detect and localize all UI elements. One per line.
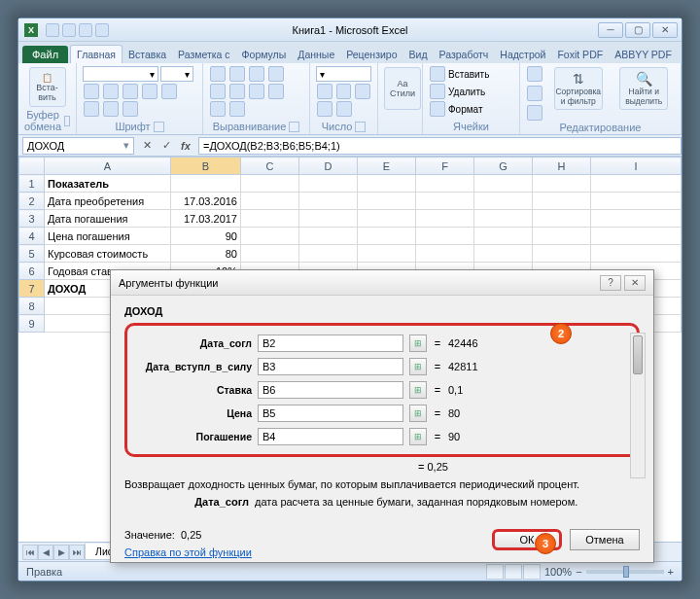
- format-cells-button[interactable]: Формат: [448, 104, 483, 115]
- close-button[interactable]: ✕: [652, 22, 678, 38]
- arg-input-data-sogl[interactable]: B2: [258, 335, 403, 352]
- accept-formula-icon[interactable]: ✓: [158, 137, 175, 155]
- zoom-value[interactable]: 100%: [544, 566, 572, 578]
- badge-2: 2: [550, 323, 572, 344]
- titlebar: X Книга1 - Microsoft Excel ─ ▢ ✕: [18, 18, 682, 42]
- view-layout-icon[interactable]: [505, 564, 522, 580]
- ribbon-tabs: Файл Главная Вставка Разметка с Формулы …: [18, 42, 682, 63]
- dialog-title: Аргументы функции: [119, 277, 219, 289]
- tab-review[interactable]: Рецензиро: [340, 46, 402, 63]
- result-equals: = 0,25: [124, 461, 640, 473]
- zoom-out-button[interactable]: −: [576, 566, 581, 578]
- formula-input[interactable]: =ДОХОД(B2;B3;B6;B5;B4;1): [198, 137, 682, 155]
- tab-abbyy[interactable]: ABBYY PDF: [609, 46, 678, 63]
- zoom-slider[interactable]: [586, 570, 664, 574]
- cancel-button[interactable]: Отмена: [570, 529, 640, 550]
- help-link[interactable]: Справка по этой функции: [124, 546, 252, 558]
- function-name: ДОХОД: [124, 305, 640, 317]
- insert-cells-button[interactable]: Вставить: [448, 69, 489, 80]
- status-bar: Правка 100% − +: [18, 561, 682, 581]
- number-format-select[interactable]: ▾: [316, 66, 371, 82]
- sheet-nav-last[interactable]: ⏭: [69, 545, 85, 560]
- maximize-button[interactable]: ▢: [625, 22, 650, 38]
- excel-icon: X: [24, 23, 38, 37]
- zoom-in-button[interactable]: +: [668, 566, 674, 578]
- sort-filter-button[interactable]: ⇅Сортировка и фильтр: [554, 67, 603, 110]
- name-box[interactable]: ДОХОД▾: [22, 137, 134, 155]
- arg-input-pogashenie[interactable]: B4: [258, 428, 403, 445]
- paste-button[interactable]: 📋Вста- вить: [29, 67, 66, 107]
- range-picker-icon[interactable]: ⊞: [409, 335, 427, 352]
- styles-button[interactable]: AaСтили: [384, 67, 421, 110]
- excel-window: X Книга1 - Microsoft Excel ─ ▢ ✕ Файл Гл…: [18, 18, 682, 581]
- range-picker-icon[interactable]: ⊞: [409, 428, 427, 445]
- view-break-icon[interactable]: [523, 564, 541, 580]
- formula-bar: ДОХОД▾ ✕ ✓ fx =ДОХОД(B2;B3;B6;B5;B4;1): [18, 135, 682, 157]
- arg-input-stavka[interactable]: B6: [258, 381, 403, 399]
- tab-addins[interactable]: Надстрой: [494, 46, 551, 63]
- function-description: Возвращает доходность ценных бумаг, по к…: [124, 478, 640, 490]
- file-tab[interactable]: Файл: [22, 46, 68, 63]
- font-name-select[interactable]: ▾: [83, 66, 158, 82]
- dialog-help-button[interactable]: ?: [600, 275, 621, 291]
- font-size-select[interactable]: ▾: [160, 66, 193, 82]
- tab-view[interactable]: Вид: [403, 46, 434, 63]
- badge-3: 3: [535, 533, 556, 554]
- status-mode: Правка: [26, 566, 62, 578]
- fx-icon[interactable]: fx: [177, 137, 194, 155]
- arg-input-tsena[interactable]: B5: [258, 405, 403, 422]
- tab-foxit[interactable]: Foxit PDF: [551, 46, 609, 63]
- sheet-nav-first[interactable]: ⏮: [22, 545, 38, 560]
- tab-dev[interactable]: Разработч: [434, 46, 495, 63]
- tab-layout[interactable]: Разметка с: [172, 46, 236, 63]
- tab-home[interactable]: Главная: [70, 45, 122, 63]
- function-arguments-dialog: Аргументы функции ?✕ ДОХОД Дата_соглB2⊞=…: [110, 269, 654, 563]
- window-title: Книга1 - Microsoft Excel: [293, 24, 408, 36]
- sheet-nav-next[interactable]: ▶: [53, 545, 69, 560]
- quick-access-toolbar[interactable]: [46, 23, 109, 37]
- tab-data[interactable]: Данные: [292, 46, 340, 63]
- dialog-close-button[interactable]: ✕: [624, 275, 646, 291]
- sheet-nav-prev[interactable]: ◀: [38, 545, 53, 560]
- ribbon: 📋Вста- вить Буфер обмена ▾▾ Шрифт Выравн…: [18, 63, 682, 135]
- dialog-scrollbar[interactable]: [630, 333, 646, 478]
- range-picker-icon[interactable]: ⊞: [409, 405, 427, 422]
- tab-formulas[interactable]: Формулы: [236, 46, 293, 63]
- delete-cells-button[interactable]: Удалить: [448, 87, 485, 97]
- view-normal-icon[interactable]: [486, 564, 504, 580]
- arg-input-data-vstupl[interactable]: B3: [258, 358, 403, 375]
- range-picker-icon[interactable]: ⊞: [409, 358, 427, 375]
- find-select-button[interactable]: 🔍Найти и выделить: [619, 67, 668, 110]
- range-picker-icon[interactable]: ⊞: [409, 381, 427, 399]
- minimize-button[interactable]: ─: [598, 22, 623, 38]
- cancel-formula-icon[interactable]: ✕: [138, 137, 156, 155]
- tab-insert[interactable]: Вставка: [122, 46, 172, 63]
